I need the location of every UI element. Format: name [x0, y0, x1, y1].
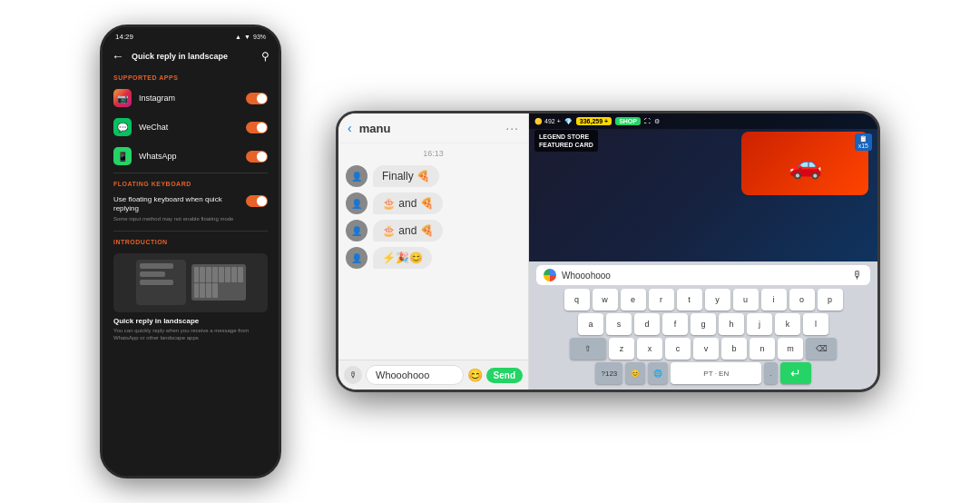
kb-key: [194, 283, 200, 299]
key-j[interactable]: j: [747, 313, 772, 335]
top-bar: ← Quick reply in landscape ⚲: [103, 44, 279, 69]
message-row-2: 👤 🎂 and 🍕: [346, 192, 521, 214]
mic-button[interactable]: 🎙: [344, 366, 362, 384]
message-bubble-2: 🎂 and 🍕: [373, 192, 443, 214]
chat-messages: 👤 Finally 🍕 👤 🎂 and 🍕 👤 🎂 and 🍕 👤 ⚡🎉😊: [338, 162, 528, 360]
blueprint-badge: 📋 x15: [855, 133, 872, 151]
kb-key: [238, 267, 243, 282]
kb-key: [200, 267, 205, 282]
back-arrow-icon[interactable]: ←: [112, 49, 124, 64]
key-m[interactable]: m: [778, 338, 803, 360]
key-w[interactable]: w: [593, 289, 618, 311]
key-i[interactable]: i: [761, 289, 787, 311]
floating-keyboard-setting: Use floating keyboard when quick replyin…: [103, 190, 279, 229]
app-row-whatsapp: 📱 WhatsApp: [103, 142, 279, 171]
coin-icon: 🟡: [534, 118, 543, 125]
key-v[interactable]: v: [693, 338, 719, 360]
instagram-toggle[interactable]: [246, 93, 268, 104]
key-n[interactable]: n: [750, 338, 775, 360]
message-bubble-3: 🎂 and 🍕: [373, 220, 443, 242]
key-numeric[interactable]: ?123: [595, 362, 622, 384]
key-h[interactable]: h: [719, 313, 744, 335]
chat-timestamp: 16:13: [338, 143, 528, 162]
message-row-3: 👤 🎂 and 🍕: [346, 220, 521, 242]
kb-key: [206, 283, 211, 299]
key-enter[interactable]: ↵: [780, 362, 811, 384]
key-globe[interactable]: 🌐: [648, 362, 668, 384]
key-y[interactable]: y: [705, 289, 730, 311]
blueprint-count: x15: [858, 143, 868, 149]
chat-contact-name: manu: [359, 122, 506, 135]
app-name-wechat: WeChat: [139, 123, 239, 132]
key-c[interactable]: c: [665, 338, 691, 360]
hud-coins: 🟡 492 +: [534, 118, 561, 125]
keyboard-search-bar: Whooohooo 🎙: [536, 265, 870, 285]
phone-right: ‹ manu ··· 16:13 👤 Finally 🍕 👤 🎂 and 🍕 👤…: [336, 111, 880, 392]
key-shift[interactable]: ⇧: [570, 338, 606, 360]
hud-shop[interactable]: SHOP: [615, 117, 641, 125]
blueprint-icon: 📋: [858, 135, 868, 143]
preview-line: [140, 271, 165, 277]
key-q[interactable]: q: [564, 289, 590, 311]
keyboard-mic-icon[interactable]: 🎙: [852, 269, 863, 281]
key-space[interactable]: PT · EN: [671, 362, 761, 384]
keyboard-bottom-row: ?123 😊 🌐 PT · EN . ↵: [533, 362, 874, 384]
key-period[interactable]: .: [764, 362, 777, 384]
floating-keyboard-toggle[interactable]: [246, 195, 268, 207]
key-l[interactable]: l: [803, 313, 828, 335]
key-emoji[interactable]: 😊: [625, 362, 645, 384]
coin-value: 492: [544, 118, 555, 124]
google-logo: [544, 269, 556, 281]
avatar-3: 👤: [346, 220, 368, 242]
key-a[interactable]: a: [578, 313, 603, 335]
key-f[interactable]: f: [662, 313, 688, 335]
chat-header: ‹ manu ···: [338, 113, 528, 143]
app-row-instagram: 📷 Instagram: [103, 84, 279, 113]
whatsapp-toggle[interactable]: [246, 151, 268, 163]
search-icon[interactable]: ⚲: [261, 50, 270, 63]
key-b[interactable]: b: [721, 338, 747, 360]
message-bubble-4: ⚡🎉😊: [373, 247, 432, 269]
key-backspace[interactable]: ⌫: [806, 338, 837, 360]
key-d[interactable]: d: [634, 313, 660, 335]
game-panel: 🟡 492 + 💎 336,259 + SHOP ⛶ ⚙ 🚗 LEGEND ST…: [529, 113, 877, 390]
battery: 93%: [253, 34, 266, 40]
key-r[interactable]: r: [649, 289, 674, 311]
chat-preview: [136, 260, 186, 305]
chat-input-field[interactable]: Whooohooo: [366, 365, 464, 385]
wechat-toggle[interactable]: [246, 122, 268, 133]
message-row-1: 👤 Finally 🍕: [346, 165, 521, 187]
key-t[interactable]: t: [677, 289, 702, 311]
key-e[interactable]: e: [621, 289, 646, 311]
instagram-icon: 📷: [113, 89, 132, 107]
app-name-whatsapp: WhatsApp: [139, 152, 239, 161]
kb-key: [200, 283, 205, 299]
intro-section: Quick reply in landscape You can quickly…: [103, 248, 279, 348]
intro-desc: You can quickly reply when you receive a…: [113, 327, 268, 342]
key-p[interactable]: p: [818, 289, 843, 311]
keyboard-search-text: Whooohooo: [562, 271, 847, 281]
time: 14:29: [115, 33, 133, 41]
game-car: 🚗: [741, 132, 868, 195]
key-u[interactable]: u: [733, 289, 759, 311]
emoji-button[interactable]: 😊: [467, 368, 483, 382]
signal-icon: ▼: [244, 34, 250, 40]
plus-icon: +: [557, 118, 561, 124]
hud-settings-icon[interactable]: ⚙: [654, 118, 660, 125]
hud-expand-icon[interactable]: ⛶: [644, 118, 651, 124]
wechat-icon: 💬: [113, 118, 132, 136]
chat-options-icon[interactable]: ···: [505, 121, 519, 135]
key-g[interactable]: g: [691, 313, 716, 335]
key-s[interactable]: s: [606, 313, 632, 335]
key-o[interactable]: o: [789, 289, 815, 311]
kb-key: [225, 267, 230, 282]
avatar-1: 👤: [346, 165, 368, 187]
game-hud: 🟡 492 + 💎 336,259 + SHOP ⛶ ⚙: [529, 113, 877, 129]
key-k[interactable]: k: [775, 313, 800, 335]
key-z[interactable]: z: [609, 338, 634, 360]
chat-back-icon[interactable]: ‹: [348, 121, 352, 135]
status-bar: 14:29 ▲ ▼ 93%: [103, 27, 279, 44]
send-button[interactable]: Send: [486, 368, 523, 383]
key-x[interactable]: x: [637, 338, 662, 360]
section-floating-keyboard: FLOATING KEYBOARD: [103, 175, 279, 190]
